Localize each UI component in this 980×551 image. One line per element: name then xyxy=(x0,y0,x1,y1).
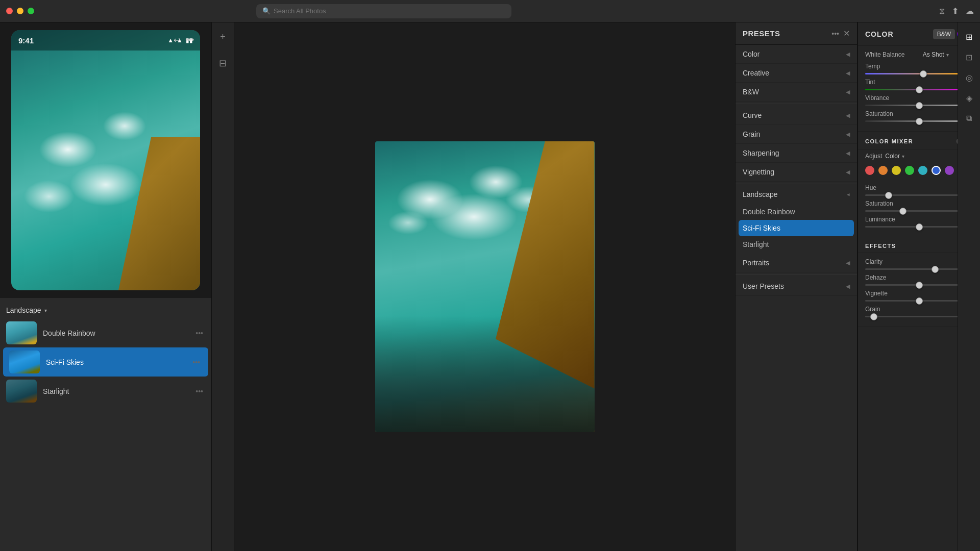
chevron-left-icon: ◀ xyxy=(846,131,850,138)
list-item[interactable]: Double Rainbow ••• xyxy=(0,318,211,347)
vibrance-thumb[interactable] xyxy=(916,102,923,109)
hue-track xyxy=(865,194,973,196)
temp-thumb[interactable] xyxy=(920,70,927,78)
saturation-thumb[interactable] xyxy=(916,118,923,125)
preset-category-curve[interactable]: Curve ◀ xyxy=(736,106,857,125)
presets-title: PRESETS xyxy=(743,29,780,38)
preset-category-bw[interactable]: B&W ◀ xyxy=(736,83,857,102)
mixer-saturation-thumb[interactable] xyxy=(899,208,906,215)
list-item[interactable]: Starlight ••• xyxy=(0,377,211,406)
landscape-section-header[interactable]: Landscape ▾ xyxy=(0,302,211,318)
grain-thumb[interactable] xyxy=(870,313,877,320)
preset-category-user-presets[interactable]: User Presets ◀ xyxy=(736,277,857,296)
heal-panel-button[interactable]: ◎ xyxy=(960,68,978,87)
preset-sub-item-double-rainbow[interactable]: Double Rainbow xyxy=(736,204,857,220)
clarity-thumb[interactable] xyxy=(932,266,939,273)
luminance-slider[interactable] xyxy=(865,226,973,228)
preset-name: Double Rainbow xyxy=(43,329,187,337)
left-panel-icons: + ⊟ xyxy=(212,22,234,551)
more-options-button[interactable]: ••• xyxy=(190,357,202,367)
mixer-saturation-row: Saturation -20 xyxy=(865,200,973,207)
plus-icon: + xyxy=(220,32,226,42)
tint-row: Tint -3 xyxy=(865,79,973,86)
preset-category-sharpening[interactable]: Sharpening ◀ xyxy=(736,144,857,163)
adjust-panel-button[interactable]: ⊞ xyxy=(960,28,978,46)
geometry-panel-button[interactable]: ⧉ xyxy=(960,109,978,128)
vignette-label: Vignette xyxy=(865,290,906,297)
more-options-button[interactable]: ••• xyxy=(185,35,194,45)
add-button[interactable]: + xyxy=(214,28,232,46)
cloud-icon[interactable]: ☁ xyxy=(966,6,974,16)
minimize-button[interactable] xyxy=(17,8,23,14)
clarity-track xyxy=(865,268,973,270)
preset-sub-item-starlight[interactable]: Starlight xyxy=(736,236,857,253)
preset-category-color[interactable]: Color ◀ xyxy=(736,45,857,64)
close-button[interactable] xyxy=(6,8,13,14)
chevron-down-icon: ▾ xyxy=(845,193,852,196)
color-dot-red[interactable] xyxy=(865,166,874,175)
mixer-saturation-slider[interactable] xyxy=(865,210,973,212)
clarity-slider[interactable] xyxy=(865,268,973,270)
presets-more-icon[interactable]: ••• xyxy=(831,30,839,38)
preset-category-vignetting[interactable]: Vignetting ◀ xyxy=(736,163,857,182)
preset-thumbnail xyxy=(6,321,37,344)
preset-category-grain[interactable]: Grain ◀ xyxy=(736,125,857,144)
filter-icon: ◈ xyxy=(966,93,972,103)
search-input[interactable] xyxy=(274,7,505,15)
color-dot-yellow[interactable] xyxy=(892,166,901,175)
category-name: Curve xyxy=(743,111,762,119)
dehaze-label: Dehaze xyxy=(865,274,906,281)
tint-thumb[interactable] xyxy=(916,86,923,93)
share-icon[interactable]: ⬆ xyxy=(952,6,959,16)
preset-category-portraits[interactable]: Portraits ◀ xyxy=(736,254,857,272)
saturation-slider[interactable] xyxy=(865,120,973,122)
color-dot-green[interactable] xyxy=(905,166,914,175)
saturation-label: Saturation xyxy=(865,110,906,117)
phone-image: ↩ ••• xyxy=(11,30,200,290)
vignette-slider[interactable] xyxy=(865,300,973,302)
filter-icon[interactable]: ⧖ xyxy=(939,7,945,16)
preset-category-creative[interactable]: Creative ◀ xyxy=(736,64,857,83)
category-name: Portraits xyxy=(743,259,769,267)
vignette-thumb[interactable] xyxy=(916,297,923,305)
hue-slider[interactable] xyxy=(865,194,973,196)
photo-main xyxy=(234,22,735,551)
sliders-icon: ⊞ xyxy=(966,32,972,42)
center-area xyxy=(212,22,735,551)
grain-slider[interactable] xyxy=(865,316,973,317)
vibrance-slider[interactable] xyxy=(865,105,973,106)
landscape-group-header[interactable]: Landscape ▾ xyxy=(736,186,857,203)
hue-thumb[interactable] xyxy=(885,192,892,199)
tint-slider[interactable] xyxy=(865,89,973,90)
color-dot-purple[interactable] xyxy=(945,166,954,175)
top-bar: 🔍 ⧖ ⬆ ☁ xyxy=(0,0,980,22)
color-dot-cyan[interactable] xyxy=(918,166,927,175)
list-item[interactable]: Sci-Fi Skies ••• xyxy=(3,347,208,377)
search-bar[interactable]: 🔍 xyxy=(256,4,511,18)
luminance-thumb[interactable] xyxy=(916,223,923,231)
filter-panel-button[interactable]: ◈ xyxy=(960,89,978,107)
chevron-left-icon: ◀ xyxy=(846,112,850,119)
dehaze-slider[interactable] xyxy=(865,284,973,286)
preset-thumbnail xyxy=(9,350,40,373)
presets-close-button[interactable]: ✕ xyxy=(843,29,850,38)
adjust-value: Color ▾ xyxy=(885,153,904,160)
temp-slider[interactable] xyxy=(865,73,973,74)
preset-sub-item-scifi-skies[interactable]: Sci-Fi Skies xyxy=(739,220,854,236)
redo-button[interactable]: ↩ xyxy=(174,35,180,45)
adjust-dropdown-icon[interactable]: ▾ xyxy=(902,154,904,159)
archive-button[interactable]: ⊟ xyxy=(214,54,232,72)
color-dot-blue[interactable] xyxy=(932,166,941,175)
bw-button[interactable]: B&W xyxy=(933,29,955,39)
color-dot-orange[interactable] xyxy=(878,166,888,175)
vignette-track xyxy=(865,300,973,302)
chevron-left-icon: ◀ xyxy=(846,150,850,157)
fullscreen-button[interactable] xyxy=(28,8,34,14)
traffic-lights xyxy=(6,8,34,14)
more-options-button[interactable]: ••• xyxy=(193,386,205,396)
dehaze-thumb[interactable] xyxy=(916,282,923,289)
wb-dropdown-icon[interactable]: ▾ xyxy=(946,52,949,58)
more-options-button[interactable]: ••• xyxy=(193,328,205,338)
luminance-row: Luminance 0 xyxy=(865,216,973,223)
crop-panel-button[interactable]: ⊡ xyxy=(960,48,978,66)
